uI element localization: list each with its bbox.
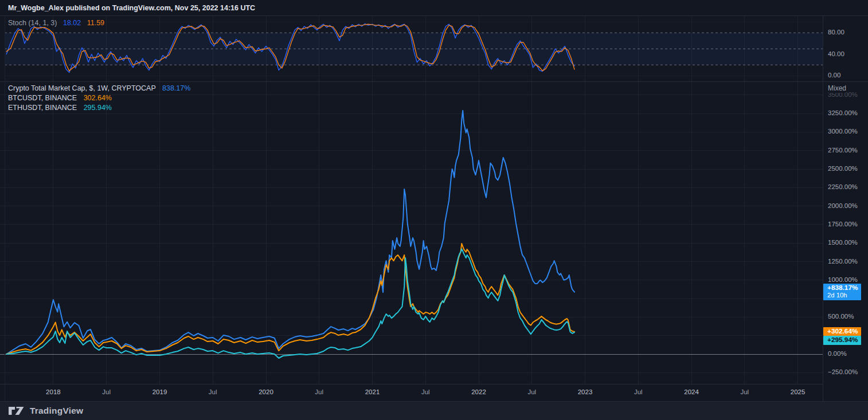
stochastic-legend[interactable]: Stoch (14, 1, 3) 18.02 11.59 bbox=[8, 19, 104, 27]
pane-divider[interactable] bbox=[0, 81, 868, 82]
stochastic-pane[interactable] bbox=[0, 16, 823, 82]
time-axis-label: Jul bbox=[740, 388, 749, 395]
stoch-scale-label: 0.00 bbox=[828, 72, 840, 78]
time-axis-label: Jul bbox=[634, 388, 643, 395]
time-axis-label: 2024 bbox=[684, 388, 699, 395]
last-price-badge-marketcap: +838.17% 2d 10h bbox=[823, 284, 861, 300]
time-axis-label: Jul bbox=[209, 388, 217, 395]
legend-row-ethusdt[interactable]: ETHUSDT, BINANCE 295.94% bbox=[8, 103, 190, 113]
legend-label-ethusdt[interactable]: ETHUSDT, BINANCE bbox=[8, 104, 77, 112]
legend-label-btcusdt[interactable]: BTCUSDT, BINANCE bbox=[8, 94, 77, 102]
attribution-bar: Mr_Wogbe_Alex published on TradingView.c… bbox=[0, 0, 868, 16]
time-axis-label: 2018 bbox=[46, 388, 61, 395]
price-scale-label: 500.00% bbox=[828, 313, 854, 320]
marketcap-line bbox=[6, 111, 574, 354]
legend-row-marketcap[interactable]: Crypto Total Market Cap, $, 1W, CRYPTOCA… bbox=[8, 84, 190, 93]
tradingview-logo-icon[interactable] bbox=[8, 405, 25, 417]
stoch-scale-label: 40.00 bbox=[828, 50, 844, 57]
price-scale[interactable]: Mixed +838.17% 2d 10h +302.64% +295.94% … bbox=[823, 16, 868, 401]
price-scale-label: 3000.00% bbox=[828, 128, 858, 135]
price-scale-label: 2500.00% bbox=[828, 165, 858, 172]
time-axis-label: Jul bbox=[315, 388, 323, 395]
legend-value-btcusdt: 302.64% bbox=[84, 94, 112, 102]
stochastic-k-value: 18.02 bbox=[63, 19, 81, 27]
badge-eth-value: +295.94% bbox=[827, 336, 861, 344]
time-axis-label: 2020 bbox=[259, 388, 273, 395]
time-axis-label: Jul bbox=[102, 388, 111, 395]
tradingview-published-chart: Mr_Wogbe_Alex published on TradingView.c… bbox=[0, 0, 868, 420]
time-axis-label: 2022 bbox=[471, 388, 486, 395]
time-axis-label: 2019 bbox=[153, 388, 167, 395]
badge-marketcap-countdown: 2d 10h bbox=[827, 292, 861, 300]
symbol-legend: Crypto Total Market Cap, $, 1W, CRYPTOCA… bbox=[8, 84, 190, 113]
legend-row-btcusdt[interactable]: BTCUSDT, BINANCE 302.64% bbox=[8, 93, 190, 103]
legend-value-ethusdt: 295.94% bbox=[84, 104, 112, 112]
time-axis-label: Jul bbox=[421, 388, 430, 395]
plot-left-border bbox=[5, 16, 5, 401]
tradingview-brand-text[interactable]: TradingView bbox=[30, 406, 83, 416]
time-axis-label: Jul bbox=[527, 388, 536, 395]
badge-marketcap-value: +838.17% bbox=[827, 284, 861, 292]
price-scale-label: 2750.00% bbox=[828, 147, 858, 154]
time-axis-label: 2021 bbox=[365, 388, 380, 395]
price-scale-label: 1500.00% bbox=[828, 239, 858, 246]
price-scale-label: 0.00% bbox=[828, 350, 847, 357]
price-scale-label: 2000.00% bbox=[828, 202, 858, 209]
price-scale-label: 1000.00% bbox=[828, 276, 858, 283]
legend-label-marketcap[interactable]: Crypto Total Market Cap, $, 1W, CRYPTOCA… bbox=[8, 84, 156, 92]
price-scale-label: −250.00% bbox=[828, 368, 858, 375]
scale-mode-label[interactable]: Mixed bbox=[828, 84, 846, 93]
attribution-text: Mr_Wogbe_Alex published on TradingView.c… bbox=[8, 4, 255, 12]
stochastic-legend-title[interactable]: Stoch (14, 1, 3) bbox=[8, 19, 57, 27]
time-scale[interactable]: 2018Jul2019Jul2020Jul2021Jul2022Jul2023J… bbox=[0, 384, 823, 401]
footer-bar: TradingView bbox=[0, 401, 868, 420]
price-scale-label: 2250.00% bbox=[828, 183, 858, 190]
price-scale-label: 1750.00% bbox=[828, 221, 858, 227]
stoch-scale-label: 80.00 bbox=[828, 29, 844, 36]
stochastic-d-value: 11.59 bbox=[87, 19, 104, 27]
last-price-badge-eth: +295.94% bbox=[823, 336, 861, 345]
price-scale-label: 1250.00% bbox=[828, 258, 858, 265]
price-scale-label: 3250.00% bbox=[828, 109, 858, 116]
legend-value-marketcap: 838.17% bbox=[162, 84, 190, 92]
badge-btc-value: +302.64% bbox=[827, 328, 861, 336]
time-axis-label: 2025 bbox=[791, 388, 806, 395]
last-price-badge-btc: +302.64% bbox=[823, 327, 861, 336]
time-axis-label: 2023 bbox=[578, 388, 593, 395]
price-chart-pane[interactable] bbox=[0, 82, 823, 384]
